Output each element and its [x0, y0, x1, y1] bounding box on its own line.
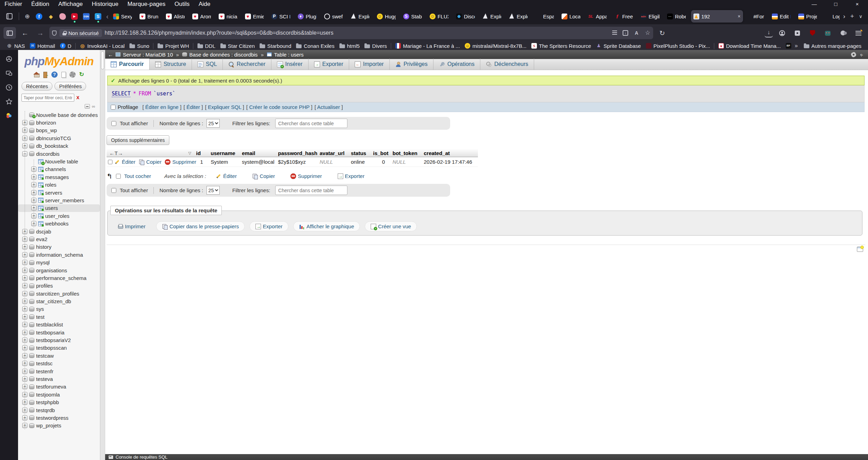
ai-chatbot-icon[interactable] [5, 55, 13, 63]
column-header[interactable]: bot_token [390, 150, 422, 156]
browser-tab[interactable]: SL Appar [585, 10, 612, 23]
history-clock-icon[interactable] [5, 83, 13, 92]
column-header[interactable]: username [209, 150, 240, 156]
security-chip[interactable]: Non sécurisé [59, 29, 102, 37]
operation-button[interactable]: Afficher le graphique [293, 221, 360, 231]
browser-tab[interactable]: Explor [506, 10, 533, 23]
save-to-pocket-icon[interactable]: ↓ [623, 30, 628, 36]
list-tabs-button[interactable]: ∨ [859, 14, 862, 19]
bookmark-item[interactable]: S The Spriters Resource [529, 43, 593, 49]
profiling-link[interactable]: Éditer en ligne [145, 104, 179, 110]
tab-scroll-left-button[interactable]: ‹ [104, 12, 111, 20]
bookmark-item[interactable]: PixelPlush Studio - Pix... [643, 43, 713, 49]
browser-tab[interactable]: ♥ Alister [163, 10, 190, 23]
gray-extension-button[interactable] [837, 27, 849, 39]
expand-icon[interactable]: « [859, 51, 865, 58]
browser-tab[interactable]: f Free : [612, 10, 638, 23]
table-cell[interactable]: 0 [371, 159, 390, 165]
tree-item[interactable]: − discordbis [18, 150, 100, 157]
menu-item[interactable]: Historique [87, 0, 123, 8]
row-action-link[interactable]: Éditer [115, 159, 135, 165]
scrollbar-thumb[interactable] [101, 51, 104, 69]
table-tab[interactable]: Rechercher [223, 59, 271, 70]
maximize-button[interactable]: □ [825, 0, 846, 8]
favorite-tables-button[interactable]: Préférées [54, 82, 86, 91]
reader-mode-icon[interactable] [612, 31, 617, 35]
table-tab[interactable]: Exporter [309, 59, 349, 70]
tree-item[interactable]: + servers [18, 189, 100, 196]
tree-item[interactable]: + testforumeva [18, 383, 100, 391]
tree-item[interactable]: + messages [18, 173, 100, 181]
table-tab[interactable]: Structure [150, 59, 192, 70]
table-search-input[interactable] [275, 119, 347, 128]
menu-item[interactable]: Affichage [54, 0, 87, 8]
pinned-tab[interactable]: DSN [83, 13, 90, 20]
row-action-link[interactable]: Copier [139, 159, 161, 165]
robot-extension-button[interactable] [821, 27, 834, 39]
tree-item[interactable]: + starcitizen_profiles [18, 290, 100, 297]
browser-tab[interactable]: Projec [796, 10, 822, 23]
tree-item[interactable]: + user_roles [18, 212, 100, 220]
table-cell[interactable]: system@local [240, 159, 276, 165]
tree-item[interactable]: + testjoomla [18, 391, 100, 398]
new-tab-button[interactable]: + [850, 12, 854, 20]
tree-item[interactable]: + profiles [18, 282, 100, 290]
table-cell[interactable]: 1 [194, 159, 209, 165]
tree-item[interactable]: + test [18, 313, 100, 321]
tree-item[interactable]: + organisations [18, 266, 100, 274]
table-cell[interactable]: NULL [390, 159, 422, 165]
browser-tab[interactable]: Locati [559, 10, 585, 23]
rows-count-select[interactable]: 25 [207, 119, 220, 128]
column-header[interactable]: is_bot [371, 150, 390, 156]
table-tab[interactable]: Déclencheurs [480, 59, 534, 70]
sql-console-bar[interactable]: Console de requêtes SQL [105, 454, 868, 460]
browser-tab[interactable]: Login | Dis [822, 10, 840, 23]
tree-item[interactable]: + dscjab [18, 228, 100, 235]
tree-item[interactable]: + webhooks [18, 220, 100, 227]
tree-item[interactable]: + channels [18, 165, 100, 173]
firefox-view-icon[interactable] [4, 11, 15, 22]
account-button[interactable] [776, 27, 788, 39]
tree-item[interactable]: + testqrdb [18, 406, 100, 414]
browser-tab[interactable]: #Forum 1 [743, 10, 769, 23]
breadcrumb-item[interactable]: Serveur : MariaDB 10 [116, 52, 173, 58]
settings-gear-icon[interactable] [69, 71, 76, 78]
table-tab[interactable]: SQL [192, 59, 223, 70]
tree-item[interactable]: + testbopsariaV2 [18, 336, 100, 344]
page-settings-window-icon[interactable] [857, 247, 863, 252]
menu-item[interactable]: Fichier [0, 0, 27, 8]
rows-count-select[interactable]: 25 [207, 186, 220, 195]
pinned-tab[interactable]: f [36, 13, 42, 20]
bookmark-star-icon[interactable]: ☆ [645, 30, 650, 36]
column-header[interactable]: password_hash [276, 150, 318, 156]
collapse-all-icon[interactable] [85, 104, 90, 109]
extra-options-button[interactable]: Options supplémentaires [107, 135, 169, 145]
tree-item[interactable]: Nouvelle base de données [18, 111, 100, 119]
tree-item[interactable]: + testwordpress [18, 414, 100, 421]
tab-scroll-right-button[interactable]: › [843, 12, 845, 20]
extensions-button[interactable] [791, 27, 803, 39]
back-button[interactable]: ← [19, 27, 31, 39]
tree-item[interactable]: + information_schema [18, 251, 100, 258]
table-cell[interactable]: $2y$10$xyz [276, 159, 318, 165]
row-action-link[interactable]: Supprimer [165, 159, 196, 165]
url-text[interactable]: http://192.168.26.126/phpmyadmin/index.p… [105, 30, 609, 36]
documentation-icon[interactable] [60, 71, 67, 78]
profiling-link[interactable]: Éditer [186, 104, 200, 110]
tree-item[interactable]: + eva2 [18, 235, 100, 243]
profiling-link[interactable]: Créer le code source PHP [249, 104, 310, 110]
tree-item[interactable]: + testphpbb [18, 398, 100, 406]
browser-tab[interactable]: S Stable [401, 10, 427, 23]
bookmark-item[interactable]: ♟ Sprite Database [593, 43, 643, 49]
pinned-tab[interactable]: ◆ [48, 13, 54, 20]
clear-filter-button[interactable]: X [76, 95, 79, 100]
profiling-link[interactable]: Expliquer SQL [208, 104, 241, 110]
bookmark-item[interactable]: ♥ Download Time Mana... [714, 43, 783, 49]
tree-item[interactable]: + testbopsaria [18, 329, 100, 336]
operation-button[interactable]: Exporter [250, 221, 288, 231]
sidebar-toggle-button[interactable] [3, 27, 16, 39]
bookmark-item[interactable]: Divers [362, 43, 389, 49]
operation-button[interactable]: Imprimer [112, 221, 151, 231]
logout-icon[interactable] [42, 71, 49, 78]
selection-action-link[interactable]: Copier [252, 173, 275, 179]
